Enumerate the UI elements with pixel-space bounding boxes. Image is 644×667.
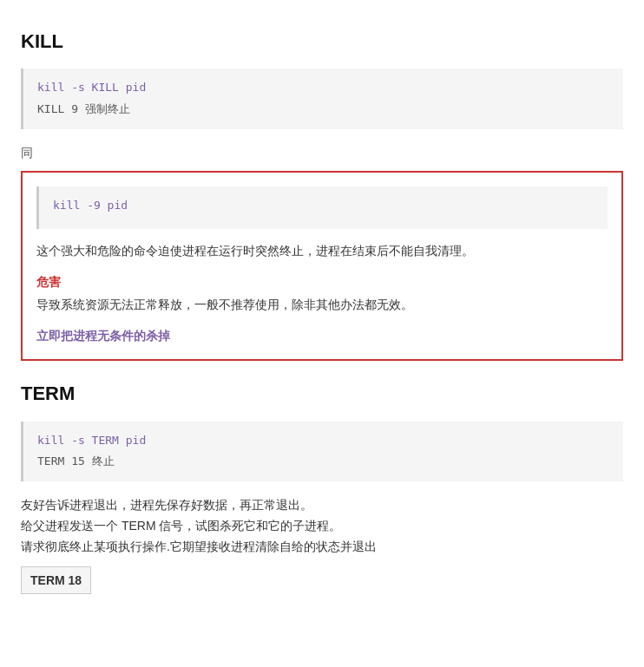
term-code-comment: TERM 15 终止 [37, 453, 609, 471]
kill-code-block: kill -s KILL pid KILL 9 强制终止 [21, 69, 623, 129]
kill9-description: 这个强大和危险的命令迫使进程在运行时突然终止，进程在结束后不能自我清理。 [36, 241, 608, 262]
term-desc-line1: 友好告诉进程退出，进程先保存好数据，再正常退出。 [21, 495, 623, 516]
kill-section: KILL kill -s KILL pid KILL 9 强制终止 同 kill… [21, 26, 623, 361]
term18-badge: TERM 18 [21, 566, 91, 594]
term-title: TERM [21, 378, 623, 409]
term-code-block: kill -s TERM pid TERM 15 终止 [21, 422, 623, 482]
kill-code-line1: kill -s KILL pid [37, 79, 609, 97]
danger-label: 危害 [36, 272, 608, 291]
kill9-code-line: kill -9 pid [53, 197, 594, 215]
term-code-line1: kill -s TERM pid [37, 432, 609, 450]
kill-highlighted-block: kill -9 pid 这个强大和危险的命令迫使进程在运行时突然终止，进程在结束… [21, 171, 623, 361]
term-desc-line2: 给父进程发送一个 TERM 信号，试图杀死它和它的子进程。 [21, 516, 623, 537]
term-description: 友好告诉进程退出，进程先保存好数据，再正常退出。 给父进程发送一个 TERM 信… [21, 495, 623, 557]
danger-desc: 导致系统资源无法正常释放，一般不推荐使用，除非其他办法都无效。 [36, 295, 608, 316]
kill-code-comment: KILL 9 强制终止 [37, 101, 609, 119]
kill-unconditional: 立即把进程无条件的杀掉 [36, 326, 608, 345]
term-desc-line3: 请求彻底终止某项执行操作.它期望接收进程清除自给的状态并退出 [21, 537, 623, 558]
kill-title: KILL [21, 26, 623, 56]
same-label: 同 [21, 143, 623, 162]
term-section: TERM kill -s TERM pid TERM 15 终止 友好告诉进程退… [21, 378, 623, 594]
kill9-code-block: kill -9 pid [36, 186, 608, 229]
